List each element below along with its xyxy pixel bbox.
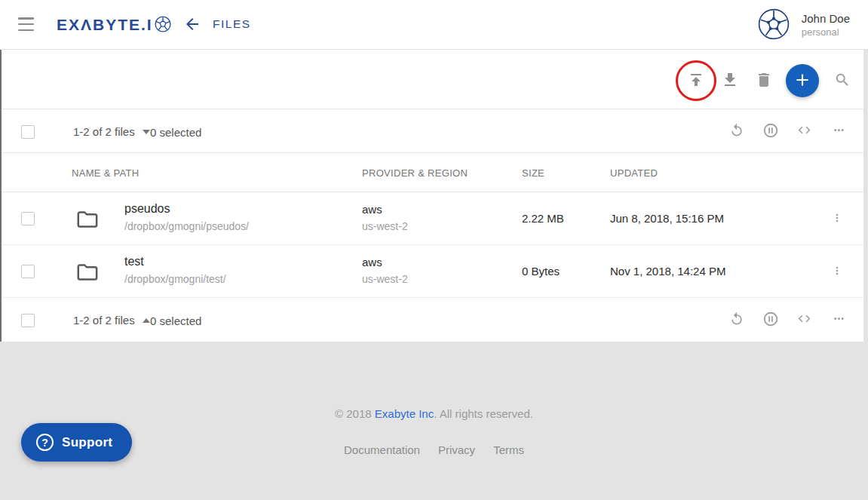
search-icon (834, 72, 851, 90)
delete-button[interactable] (750, 67, 778, 94)
app: EXΛBYTE.I FILES (0, 0, 868, 500)
page-title: FILES (213, 17, 251, 31)
code-icon (797, 311, 811, 328)
download-icon (721, 71, 739, 91)
footer-link-privacy[interactable]: Privacy (438, 443, 475, 456)
pagination-dropdown[interactable]: 1-2 of 2 files (73, 299, 150, 342)
row-checkbox[interactable] (21, 265, 35, 278)
table-header: NAME & PATH PROVIDER & REGION SIZE UPDAT… (2, 154, 863, 192)
back-button[interactable] (182, 15, 203, 35)
copyright: © 2018 Exabyte Inc. All rights reserved. (0, 407, 868, 420)
file-updated: Jun 8, 2018, 15:16 PM (610, 212, 724, 225)
user-role: personal (802, 26, 839, 38)
pagination-label: 1-2 of 2 files (73, 314, 135, 327)
app-header: EXΛBYTE.I FILES (0, 0, 868, 50)
pagination-label: 1-2 of 2 files (73, 125, 135, 138)
help-icon: ? (36, 434, 54, 451)
file-provider: aws (362, 203, 382, 216)
list-toolbar-top: 1-2 of 2 files 0 selected (2, 110, 863, 153)
table-row[interactable]: pseudos /dropbox/gmogni/pseudos/ aws us-… (2, 192, 863, 245)
selected-count: 0 selected (150, 126, 201, 139)
refresh-button[interactable] (723, 306, 750, 333)
pagination-dropdown[interactable]: 1-2 of 2 files (73, 110, 150, 153)
search-button[interactable] (829, 67, 856, 94)
row-checkbox[interactable] (21, 212, 35, 225)
logo-text: EXΛBYTE.I (57, 16, 153, 34)
more-button[interactable] (825, 306, 852, 333)
logo: EXΛBYTE.I (57, 14, 171, 35)
kebab-menu-icon (831, 212, 843, 226)
selected-count: 0 selected (150, 314, 201, 327)
file-path: /dropbox/gmogni/pseudos/ (124, 220, 249, 232)
folder-icon (76, 262, 99, 285)
file-updated: Nov 1, 2018, 14:24 PM (610, 265, 725, 278)
user-name: John Doe (802, 12, 850, 25)
copyright-prefix: © 2018 (335, 407, 375, 420)
add-button[interactable] (786, 64, 819, 97)
chevron-up-icon (143, 318, 150, 323)
avatar (758, 8, 790, 42)
logo-ball-icon (155, 16, 171, 35)
folder-icon (76, 210, 99, 232)
column-header-updated: UPDATED (610, 167, 658, 179)
upload-button[interactable] (682, 67, 710, 94)
column-header-name-path: NAME & PATH (72, 167, 140, 179)
pause-circle-icon (762, 311, 779, 330)
pause-button[interactable] (757, 306, 784, 333)
file-region: us-west-2 (362, 273, 408, 285)
file-provider: aws (362, 256, 382, 268)
footer-link-terms[interactable]: Terms (493, 443, 524, 456)
more-horizontal-icon (832, 311, 846, 328)
select-all-checkbox[interactable] (21, 125, 35, 139)
more-button[interactable] (825, 118, 852, 145)
support-button[interactable]: ? Support (21, 423, 132, 462)
column-header-provider-region: PROVIDER & REGION (362, 167, 468, 179)
file-name: test (124, 255, 144, 268)
menu-button[interactable] (18, 17, 35, 31)
code-button[interactable] (790, 306, 817, 333)
file-path: /dropbox/gmogni/test/ (124, 273, 226, 285)
refresh-icon (729, 123, 744, 140)
code-icon (797, 123, 811, 140)
footer-link-documentation[interactable]: Documentation (344, 443, 420, 456)
refresh-icon (729, 311, 744, 329)
file-size: 0 Bytes (522, 265, 560, 278)
plus-icon (793, 70, 812, 92)
chevron-down-icon (143, 130, 150, 134)
download-button[interactable] (716, 67, 744, 94)
table-row[interactable]: test /dropbox/gmogni/test/ aws us-west-2… (2, 245, 863, 298)
user-menu[interactable]: John Doe personal (758, 0, 850, 50)
refresh-button[interactable] (723, 118, 750, 145)
row-menu-button[interactable] (824, 205, 851, 232)
trash-icon (755, 71, 773, 91)
list-toolbar-bottom: 1-2 of 2 files 0 selected (2, 299, 863, 342)
file-name: pseudos (124, 202, 170, 216)
file-region: us-west-2 (362, 220, 408, 232)
kebab-menu-icon (831, 265, 843, 279)
support-label: Support (62, 435, 112, 450)
more-horizontal-icon (832, 123, 846, 140)
select-all-checkbox[interactable] (21, 314, 35, 327)
row-menu-button[interactable] (824, 258, 851, 285)
back-arrow-icon (183, 24, 201, 35)
pause-circle-icon (762, 122, 779, 141)
code-button[interactable] (790, 118, 817, 145)
file-size: 2.22 MB (522, 212, 564, 225)
pause-button[interactable] (757, 118, 784, 145)
upload-icon (687, 71, 705, 91)
company-link[interactable]: Exabyte Inc (375, 407, 434, 420)
column-header-size: SIZE (522, 167, 544, 179)
copyright-suffix: . All rights reserved. (434, 407, 533, 420)
